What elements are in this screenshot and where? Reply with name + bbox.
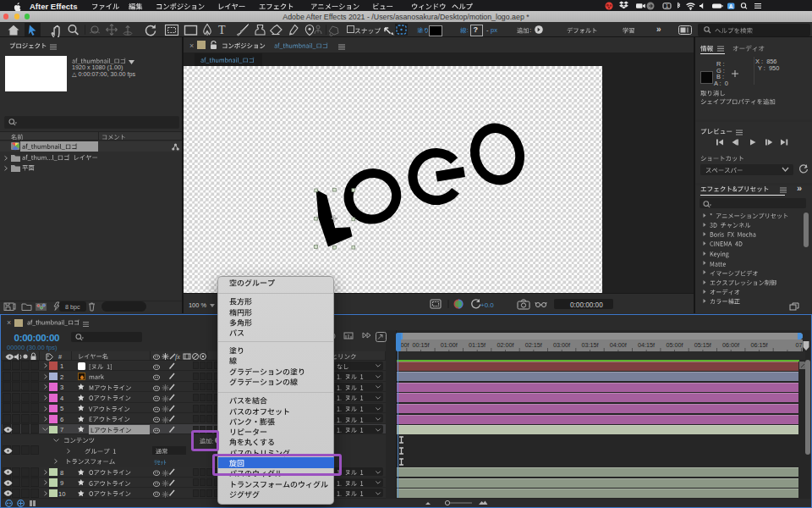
svg-text:05:00f: 05:00f (667, 341, 683, 349)
svg-text:04:00f: 04:00f (610, 341, 627, 349)
svg-text:04:15f: 04:15f (638, 341, 655, 349)
svg-text:03:00f: 03:00f (553, 341, 570, 349)
svg-text:02:15f: 02:15f (525, 341, 542, 349)
svg-text:1: 1 (666, 3, 668, 8)
svg-text:05:15f: 05:15f (694, 341, 711, 349)
svg-text:+0.0: +0.0 (480, 301, 494, 309)
svg-text:03:15f: 03:15f (581, 341, 598, 349)
svg-text:07:0: 07:0 (796, 341, 804, 349)
svg-text:00:15f: 00:15f (412, 341, 429, 349)
svg-text:A: A (729, 3, 733, 9)
svg-text:0:00:00:00: 0:00:00:00 (570, 301, 603, 309)
svg-text:T: T (218, 24, 226, 36)
svg-text:00f: 00f (401, 341, 409, 349)
svg-text:fx: fx (175, 353, 180, 361)
svg-text:01:15f: 01:15f (469, 341, 486, 349)
svg-text:06:00f: 06:00f (722, 341, 739, 349)
svg-text:06:15f: 06:15f (751, 341, 768, 349)
svg-text:02:00f: 02:00f (497, 341, 513, 349)
svg-text:01:00f: 01:00f (441, 341, 458, 349)
